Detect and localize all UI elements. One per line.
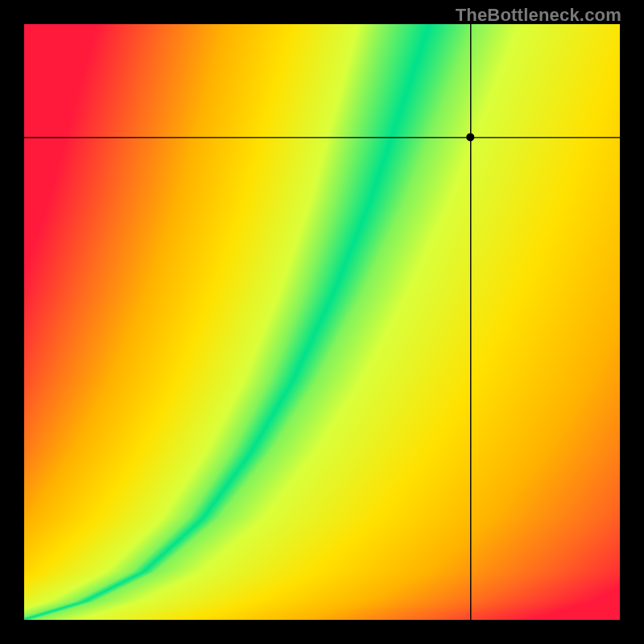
heatmap-canvas: [24, 24, 620, 620]
watermark-text: TheBottleneck.com: [456, 5, 621, 26]
chart-frame: TheBottleneck.com: [0, 0, 644, 644]
